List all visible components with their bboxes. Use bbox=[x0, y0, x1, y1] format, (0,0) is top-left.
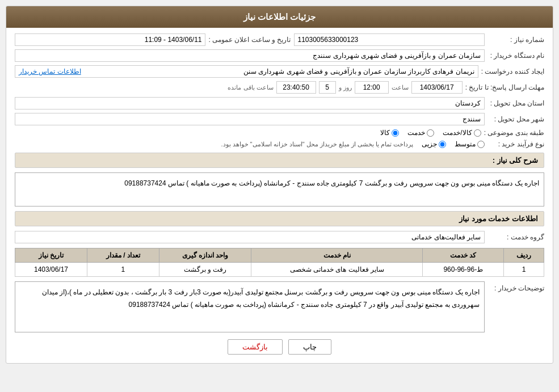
noee-group: متوسط جزیی پرداخت تمام یا بخشی از مبلغ خ… bbox=[15, 140, 485, 148]
ejad-link[interactable]: اطلاعات تماس خریدار bbox=[19, 68, 81, 75]
saat-value: 12:00 bbox=[355, 81, 389, 94]
name-dastgah-row: نام دستگاه خریدار : سازمان عمران و بازآف… bbox=[15, 49, 544, 62]
bazgasht-button[interactable]: بازگشت bbox=[228, 339, 283, 355]
roz-value: 5 bbox=[319, 81, 336, 94]
radio-jozii[interactable]: جزیی bbox=[422, 140, 446, 148]
radio-kala-khadamat-label: کالا/خدمت bbox=[443, 129, 472, 137]
mohlat-row: مهلت ارسال پاسخ: تا تاریخ : 1403/06/17 س… bbox=[15, 81, 544, 94]
radio-khadamat-input[interactable] bbox=[427, 129, 434, 137]
button-row: چاپ بازگشت bbox=[15, 339, 544, 355]
tozihat-row: توضیحات خریدار : اجاره یک دستگاه مینی بو… bbox=[15, 281, 544, 332]
cell-vahed: رفت و برگشت bbox=[159, 263, 251, 277]
radio-kala-label: کالا bbox=[380, 129, 390, 137]
sharh-label: شرح کلی نیاز : bbox=[493, 156, 538, 165]
cell-tedad: 1 bbox=[87, 263, 159, 277]
radio-kala-input[interactable] bbox=[392, 129, 399, 137]
grohe-value: سایر فعالیت‌های خدماتی bbox=[15, 231, 485, 243]
cell-nam: سایر فعالیت های خدماتی شخصی bbox=[251, 263, 423, 277]
tabaqe-label: طبقه بندی موضوعی : bbox=[484, 129, 544, 137]
sharh-value: اجاره یک دستگاه مینی بوس ون جهت سرویس رف… bbox=[15, 172, 544, 206]
ejad-label: ایجاد کننده درخواست : bbox=[481, 68, 544, 75]
radio-kala[interactable]: کالا bbox=[380, 129, 399, 137]
khadamat-section-title: اطلاعات خدمات مورد نیاز bbox=[15, 211, 544, 226]
name-dastgah-value: سازمان عمران و بازآفرینی و فضای شهری شهر… bbox=[15, 49, 485, 62]
col-tedad: تعداد / مقدار bbox=[87, 248, 159, 263]
grohe-label: گروه خدمت : bbox=[487, 233, 544, 241]
shahr-row: شهر محل تحویل : سنندج bbox=[15, 113, 544, 125]
shahr-label: شهر محل تحویل : bbox=[487, 115, 544, 123]
radio-khadamat[interactable]: خدمت bbox=[407, 129, 434, 137]
cell-radif: 1 bbox=[504, 263, 544, 277]
table-header-row: ردیف کد خدمت نام خدمت واحد اندازه گیری ت… bbox=[15, 248, 544, 263]
radio-jozii-label: جزیی bbox=[422, 140, 437, 148]
cell-kod: ط-96-96-960 bbox=[423, 263, 504, 277]
tozihat-label: توضیحات خریدار : bbox=[487, 284, 544, 292]
baqi-label: ساعت باقی مانده bbox=[228, 84, 273, 91]
radio-khadamat-label: خدمت bbox=[407, 129, 425, 137]
services-table: ردیف کد خدمت نام خدمت واحد اندازه گیری ت… bbox=[15, 248, 544, 277]
radio-motovaset[interactable]: متوسط bbox=[455, 140, 485, 148]
col-vahed: واحد اندازه گیری bbox=[159, 248, 251, 263]
panel-title: جزئیات اطلاعات نیاز bbox=[243, 12, 316, 22]
tozihat-value: اجاره یک دستگاه مینی بوس ون جهت سرویس رف… bbox=[15, 281, 485, 332]
mohlat-values: 1403/06/17 ساعت 12:00 روز و 5 23:40:50 س… bbox=[15, 81, 463, 94]
baqi-value: 23:40:50 bbox=[276, 81, 316, 94]
ejad-value-container: نریمان فرهادی کاربرداز سازمان عمران و با… bbox=[15, 65, 478, 78]
shahr-value: سنندج bbox=[15, 113, 485, 125]
chap-button[interactable]: چاپ bbox=[288, 339, 331, 355]
grohe-row: گروه خدمت : سایر فعالیت‌های خدماتی bbox=[15, 231, 544, 243]
ostan-row: استان محل تحویل : کردستان bbox=[15, 97, 544, 109]
main-panel: جزئیات اطلاعات نیاز شماره نیاز : 1103005… bbox=[6, 6, 553, 364]
khadamat-label: اطلاعات خدمات مورد نیاز bbox=[459, 214, 538, 223]
saat-label: ساعت bbox=[392, 84, 409, 91]
noee-note: پرداخت تمام یا بخشی از مبلغ خریداز محل "… bbox=[221, 141, 413, 148]
shomara-niaz-row: شماره نیاز : 1103005633000123 تاریخ و سا… bbox=[15, 33, 544, 46]
noee-row: نوع فرآیند خرید : متوسط جزیی پرداخت تمام… bbox=[15, 140, 544, 148]
shomara-niaz-label: شماره نیاز : bbox=[487, 36, 544, 44]
sharh-section-title: شرح کلی نیاز : bbox=[15, 153, 544, 168]
noee-radio-group: متوسط جزیی bbox=[422, 140, 485, 148]
radio-motovaset-label: متوسط bbox=[455, 140, 476, 148]
shomara-niaz-value: 1103005633000123 bbox=[294, 33, 485, 46]
ejad-value: نریمان فرهادی کاربرداز سازمان عمران و با… bbox=[243, 68, 474, 75]
radio-kala-khadamat-input[interactable] bbox=[474, 129, 481, 137]
radio-jozii-input[interactable] bbox=[439, 141, 446, 148]
name-dastgah-label: نام دستگاه خریدار : bbox=[487, 52, 544, 60]
tarikh-aalan-value: 1403/06/11 - 11:09 bbox=[15, 33, 206, 46]
tabaqe-row: طبقه بندی موضوعی : کالا/خدمت خدمت کالا bbox=[15, 129, 544, 137]
ejad-row: ایجاد کننده درخواست : نریمان فرهادی کارب… bbox=[15, 65, 544, 78]
radio-kala-khadamat[interactable]: کالا/خدمت bbox=[443, 129, 481, 137]
col-tarikh: تاریخ نیاز bbox=[15, 248, 87, 263]
radio-motovaset-input[interactable] bbox=[477, 141, 485, 148]
col-radif: ردیف bbox=[504, 248, 544, 263]
tarikh-aalan-label: تاریخ و ساعت اعلان عمومی : bbox=[208, 36, 291, 44]
tabaqe-radio-group: کالا/خدمت خدمت کالا bbox=[380, 129, 481, 137]
col-nam: نام خدمت bbox=[251, 248, 423, 263]
ostan-label: استان محل تحویل : bbox=[487, 99, 544, 107]
table-row: 1 ط-96-96-960 سایر فعالیت های خدماتی شخص… bbox=[15, 263, 544, 277]
roz-label: روز و bbox=[339, 84, 352, 91]
cell-tarikh: 1403/06/17 bbox=[15, 263, 87, 277]
tarikh-value: 1403/06/17 bbox=[411, 81, 463, 94]
panel-header: جزئیات اطلاعات نیاز bbox=[6, 6, 553, 28]
ostan-value: کردستان bbox=[15, 97, 485, 109]
mohlat-label: مهلت ارسال پاسخ: تا تاریخ : bbox=[465, 83, 544, 91]
noee-label: نوع فرآیند خرید : bbox=[487, 140, 544, 148]
col-kod: کد خدمت bbox=[423, 248, 504, 263]
